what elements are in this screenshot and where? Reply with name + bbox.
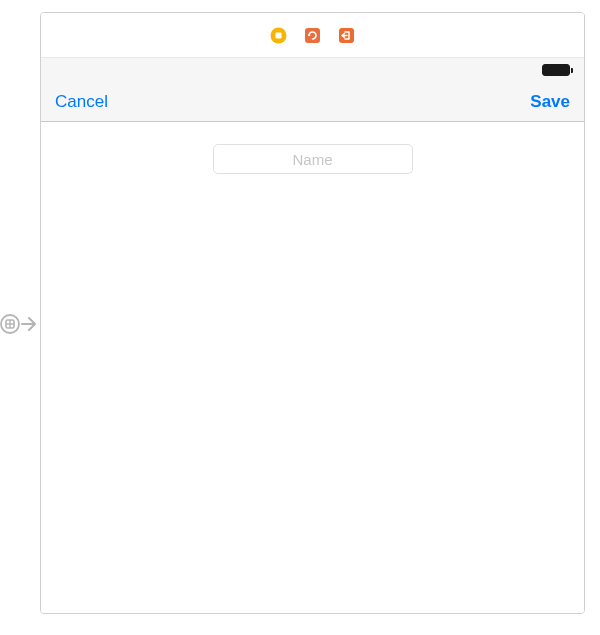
svg-rect-6 <box>305 28 320 43</box>
name-input[interactable] <box>213 144 413 174</box>
inspector-handle[interactable] <box>0 314 38 334</box>
svg-rect-5 <box>276 32 282 38</box>
rotate-icon[interactable] <box>304 26 322 44</box>
home-icon[interactable] <box>270 26 288 44</box>
battery-icon <box>542 64 570 76</box>
save-button[interactable]: Save <box>530 92 570 112</box>
simulator-toolbar <box>41 13 584 58</box>
status-bar <box>41 58 584 82</box>
arrow-right-icon <box>20 314 38 334</box>
content-area <box>41 122 584 613</box>
simulator-window: Cancel Save <box>40 12 585 614</box>
logout-icon[interactable] <box>338 26 356 44</box>
cancel-button[interactable]: Cancel <box>55 92 108 112</box>
navigation-bar: Cancel Save <box>41 82 584 122</box>
inspector-box-icon <box>0 314 20 334</box>
